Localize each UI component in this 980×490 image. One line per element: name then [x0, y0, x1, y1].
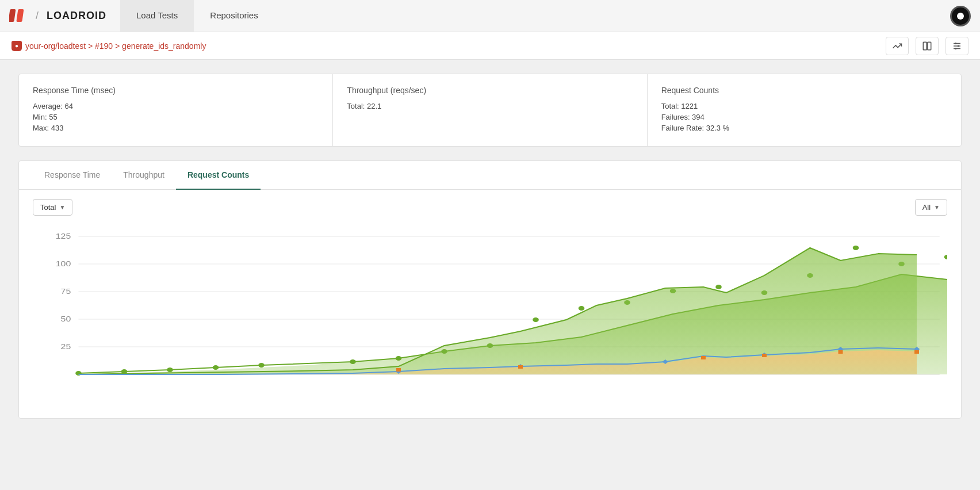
chevron-down-icon: ▼ [59, 204, 65, 210]
logo-slash: / [36, 10, 39, 22]
logo-text: LOADROID [47, 10, 106, 22]
trend-button[interactable] [886, 37, 909, 55]
stat-response-time-min: Min: 55 [33, 113, 319, 121]
data-point [944, 255, 947, 259]
chart-tabs: Response Time Throughput Request Counts [19, 161, 961, 190]
stat-response-time-avg: Average: 64 [33, 102, 319, 110]
left-dropdown-value: Total [40, 203, 56, 212]
stats-row: Response Time (msec) Average: 64 Min: 55… [18, 74, 962, 147]
split-icon [922, 41, 932, 51]
chart-tab-throughput[interactable]: Throughput [112, 161, 176, 190]
stat-throughput: Throughput (reqs/sec) Total: 22.1 [333, 74, 647, 146]
trend-icon [892, 41, 902, 51]
svg-rect-0 [9, 9, 16, 22]
sliders-icon [952, 41, 962, 51]
data-point [258, 363, 265, 368]
data-point [396, 356, 402, 361]
svg-text:25: 25 [61, 343, 71, 351]
breadcrumb-actions [886, 37, 968, 55]
stat-request-counts: Request Counts Total: 1221 Failures: 394… [648, 74, 961, 146]
data-point-orange [518, 365, 523, 369]
chart-svg: 125 100 75 50 25 [33, 225, 947, 409]
svg-text:75: 75 [61, 288, 71, 296]
right-dropdown-value: All [922, 203, 931, 212]
stat-request-counts-failure-rate: Failure Rate: 32.3 % [661, 124, 947, 132]
chart-tab-response-time[interactable]: Response Time [33, 161, 112, 190]
data-point-orange [762, 354, 767, 357]
chart-svg-container: 125 100 75 50 25 [33, 225, 947, 409]
data-point-orange [396, 368, 401, 372]
chart-area: 125 100 75 50 25 [19, 225, 961, 418]
data-point [715, 285, 722, 289]
data-point [167, 368, 173, 372]
stat-request-counts-total: Total: 1221 [661, 102, 947, 110]
stat-response-time: Response Time (msec) Average: 64 Min: 55… [19, 74, 333, 146]
data-point-orange [914, 350, 919, 354]
breadcrumb-text: your-org/loadtest > #190 > generate_ids_… [25, 41, 206, 51]
svg-text:50: 50 [61, 315, 71, 323]
svg-text:100: 100 [56, 260, 71, 268]
chart-section: Response Time Throughput Request Counts … [18, 160, 962, 419]
svg-text:125: 125 [56, 232, 71, 240]
data-point [533, 317, 539, 322]
nav-tab-repositories[interactable]: Repositories [194, 0, 274, 32]
user-avatar[interactable] [950, 6, 971, 26]
breadcrumb: ● your-org/loadtest > #190 > generate_id… [12, 41, 206, 51]
data-point [853, 246, 859, 250]
right-dropdown[interactable]: All ▼ [915, 199, 947, 216]
logo: / LOADROID [9, 7, 106, 25]
app-header: / LOADROID Load Tests Repositories [0, 0, 980, 32]
data-point [350, 359, 356, 364]
main-content: Response Time (msec) Average: 64 Min: 55… [0, 60, 980, 432]
svg-rect-1 [16, 9, 24, 22]
stat-throughput-total: Total: 22.1 [347, 102, 633, 110]
data-point [213, 365, 219, 370]
left-dropdown[interactable]: Total ▼ [33, 199, 72, 216]
data-point [579, 306, 585, 311]
logo-icon [9, 7, 28, 25]
svg-point-8 [958, 45, 959, 47]
nav-tab-load-tests[interactable]: Load Tests [120, 0, 194, 32]
stat-throughput-title: Throughput (reqs/sec) [347, 86, 633, 95]
settings-button[interactable] [945, 37, 968, 55]
breadcrumb-bar: ● your-org/loadtest > #190 > generate_id… [0, 32, 980, 60]
data-point-orange [839, 350, 843, 354]
data-point-orange [701, 356, 706, 359]
stat-response-time-title: Response Time (msec) [33, 86, 319, 95]
split-button[interactable] [916, 37, 939, 55]
svg-rect-3 [928, 42, 931, 50]
stat-request-counts-failures: Failures: 394 [661, 113, 947, 121]
stat-response-time-max: Max: 433 [33, 124, 319, 132]
stat-request-counts-title: Request Counts [661, 86, 947, 95]
svg-point-7 [955, 43, 956, 44]
svg-point-9 [955, 48, 956, 49]
chart-tab-request-counts[interactable]: Request Counts [176, 161, 261, 190]
chevron-down-icon-right: ▼ [934, 204, 940, 210]
shield-icon: ● [12, 41, 22, 51]
main-nav: Load Tests Repositories [120, 0, 274, 32]
chart-controls: Total ▼ All ▼ [19, 190, 961, 225]
svg-rect-2 [923, 42, 927, 50]
